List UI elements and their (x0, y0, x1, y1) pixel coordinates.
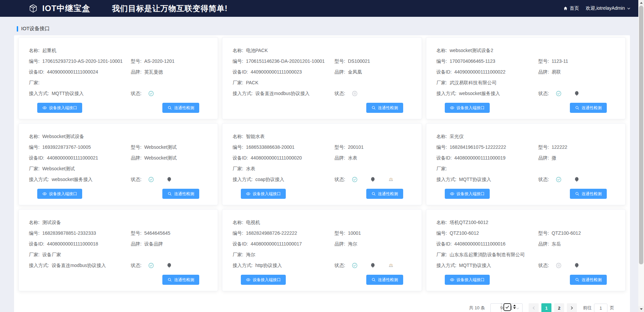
device-code-field-label: 编号: (436, 144, 447, 150)
device-port-button-label: 设备接入端接口 (253, 277, 281, 283)
device-model-field-value: 5464645645 (144, 230, 170, 236)
device-card: 名称:电视机编号:1682824988726-222222型号:10001设备I… (222, 209, 422, 291)
device-name-field: 名称:websocket测试设备2 (436, 47, 615, 54)
connectivity-button-label: 连通性检测 (378, 191, 398, 197)
device-port-button[interactable]: 设备接入端接口 (445, 275, 490, 285)
device-brand-field-label: 品牌: (538, 241, 549, 247)
device-name-field-label: 名称: (232, 220, 243, 225)
device-status-label: 状态: (334, 176, 345, 183)
scrollbar-thumb[interactable] (639, 6, 643, 264)
logo-cube-icon (29, 4, 38, 13)
eye-icon (450, 191, 454, 196)
device-port-button[interactable]: 设备接入端接口 (445, 189, 490, 199)
connectivity-button-label: 连通性检测 (582, 105, 602, 111)
home-icon (563, 6, 568, 11)
app-header: IOT中继宝盒 我们目标是让万物互联变得简单! 首页 欢迎,iotrelayAd… (0, 0, 644, 17)
device-status-field: 状态: (131, 262, 208, 269)
card-button-row: 设备接入端接口连通性检测 (232, 189, 411, 199)
autofill-stepper[interactable] (513, 305, 516, 309)
connectivity-check-button[interactable]: 连通性检测 (162, 103, 199, 113)
device-manufacturer-field-label: 厂家: (232, 252, 243, 257)
device-access-field-value: coap协议接入 (255, 177, 284, 182)
user-menu[interactable]: 欢迎,iotrelayAdmin (586, 5, 631, 11)
device-port-button[interactable]: 设备接入端接口 (37, 189, 82, 199)
device-port-button[interactable]: 设备接入端接口 (37, 103, 82, 113)
device-code-field-label: 编号: (436, 230, 447, 236)
device-port-button[interactable]: 设备接入端接口 (241, 275, 286, 285)
scroll-up-button[interactable] (638, 0, 644, 6)
connectivity-check-button[interactable]: 连通性检测 (570, 103, 607, 113)
status-alarm-balloon-icon (370, 263, 376, 268)
device-id-field-value: 44090000001111000024 (47, 69, 98, 75)
connectivity-check-button[interactable]: 连通性检测 (366, 275, 403, 285)
device-name-field-value: Websocket测试设备 (42, 134, 84, 139)
welcome-label: 欢迎,iotrelayAdmin (586, 5, 625, 11)
device-port-button[interactable]: 设备接入端接口 (241, 189, 286, 199)
connectivity-check-button[interactable]: 连通性检测 (366, 189, 403, 199)
device-id-field-value: 44090000001111000023 (251, 69, 302, 75)
device-name-field: 名称:电池PACK (232, 47, 411, 54)
card-button-row: 设备接入端接口连通性检测 (29, 103, 208, 113)
device-port-button[interactable]: 设备接入端接口 (445, 103, 490, 113)
device-name-field-label: 名称: (232, 134, 243, 139)
device-code-field-label: 编号: (29, 58, 40, 64)
device-id-field-value: 44080000001111000020 (251, 155, 302, 161)
eye-icon (246, 277, 251, 282)
device-access-field-label: 接入方式: (29, 177, 49, 182)
next-page-button[interactable] (567, 303, 577, 312)
device-model-field-value: QTZ100-6012 (552, 230, 581, 236)
vertical-scrollbar[interactable] (638, 0, 644, 312)
total-count: 共 10 条 (469, 305, 485, 311)
device-brand-field-value: 英瓦曼德 (144, 69, 163, 75)
connectivity-check-button[interactable]: 连通性检测 (162, 189, 199, 199)
device-model-field-value: AS-2020-1201 (144, 58, 174, 64)
autofill-checkbox-icon[interactable] (503, 303, 511, 311)
connectivity-check-button[interactable]: 连通性检测 (162, 275, 199, 285)
prev-page-button[interactable] (529, 303, 539, 312)
scroll-down-button[interactable] (638, 306, 644, 312)
device-id-field: 设备ID:44090000001111000024 (29, 69, 127, 75)
card-button-row: 设备接入端接口连通性检测 (436, 189, 615, 199)
device-id-field: 设备ID:44080000001111000016 (436, 240, 534, 247)
device-id-field: 设备ID:44090000001111000023 (232, 69, 330, 75)
device-name-field-value: 塔机QTZ100-6012 (450, 220, 488, 225)
autofill-widget[interactable] (501, 303, 516, 312)
card-button-row: 设备接入端接口连通性检测 (232, 275, 411, 285)
device-name-field: 名称:采光仪 (436, 133, 615, 140)
connectivity-button-label: 连通性检测 (582, 277, 602, 283)
status-alarm-balloon-icon (166, 263, 172, 268)
device-brand-field-value: 水表 (348, 155, 357, 161)
device-brand-field: 品牌:撒 (538, 154, 615, 161)
device-name-field: 名称:塔机QTZ100-6012 (436, 219, 615, 226)
status-check-circle-icon (148, 91, 154, 96)
device-id-field-value: 44080000001111000016 (454, 241, 506, 247)
connectivity-check-button[interactable]: 连通性检测 (366, 103, 403, 113)
device-access-field-label: 接入方式: (232, 91, 253, 96)
device-id-field-value: 44080000001111000017 (251, 241, 302, 247)
connectivity-check-button[interactable]: 连通性检测 (570, 275, 607, 285)
status-sunrise-icon (388, 177, 394, 182)
device-card: 名称:智能水表编号:1686533886638-20001型号:200101设备… (222, 123, 422, 205)
card-button-row: 设备接入端接口连通性检测 (436, 103, 615, 113)
device-name-field-value: 采光仪 (450, 134, 464, 139)
device-card: 名称:测试设备编号:1682839878851-2332333型号:546464… (18, 209, 218, 291)
search-icon (167, 105, 172, 110)
status-check-circle-icon (352, 263, 358, 268)
page-button-1[interactable]: 1 (541, 303, 551, 312)
device-brand-field-value: 设备品牌 (144, 241, 163, 247)
arrow-up-icon (513, 305, 516, 306)
device-name-field-label: 名称: (232, 48, 243, 53)
page-button-2[interactable]: 2 (554, 303, 564, 312)
device-port-button-label: 设备接入端接口 (49, 191, 77, 197)
device-access-field-value: 设备直连modbus协议接入 (255, 91, 310, 96)
connectivity-button-label: 连通性检测 (582, 191, 602, 197)
device-brand-field: 品牌:英瓦曼德 (131, 69, 208, 75)
goto-unit: 页 (610, 305, 614, 311)
connectivity-check-button[interactable]: 连通性检测 (570, 189, 607, 199)
device-manufacturer-field-value: PACK (246, 80, 258, 85)
device-status-label: 状态: (334, 90, 345, 97)
goto-page-input[interactable] (594, 304, 607, 312)
home-link[interactable]: 首页 (563, 5, 579, 11)
device-code-field-value: 1682824988726-222222 (246, 230, 297, 236)
status-check-circle-icon (352, 177, 358, 182)
